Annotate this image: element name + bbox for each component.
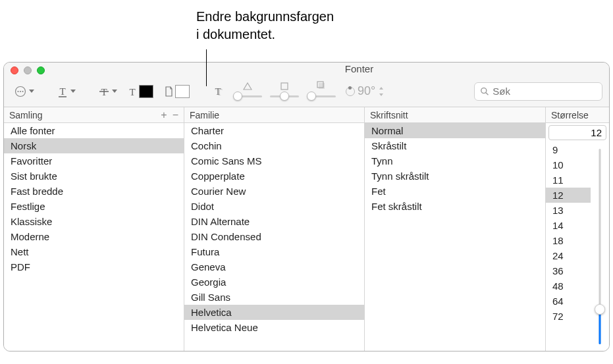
text-shadow-button[interactable]: T T xyxy=(209,82,228,101)
family-item[interactable]: Didot xyxy=(184,199,364,214)
collection-item[interactable]: Favoritter xyxy=(4,153,184,169)
more-options-button[interactable] xyxy=(11,82,38,101)
shadow-opacity-slider[interactable] xyxy=(231,81,264,102)
strikethrough-button[interactable]: T xyxy=(95,82,121,101)
collection-item[interactable]: Moderne xyxy=(4,229,184,244)
size-header: Størrelse xyxy=(546,107,609,123)
size-item[interactable]: 10 xyxy=(546,157,591,172)
family-item[interactable]: Comic Sans MS xyxy=(184,153,364,169)
callout-text: Endre bakgrunnsfargen i dokumentet. xyxy=(196,8,334,43)
triangle-icon xyxy=(243,81,252,93)
size-list: 91011121314182436486472 xyxy=(546,142,591,351)
family-item[interactable]: Geneva xyxy=(184,259,364,274)
collection-item[interactable]: PDF xyxy=(4,259,184,274)
toolbar: T T T xyxy=(4,76,609,107)
family-item[interactable]: Gill Sans xyxy=(184,290,364,305)
collection-item[interactable]: Klassiske xyxy=(4,214,184,229)
size-item[interactable]: 48 xyxy=(546,278,591,294)
svg-text:T: T xyxy=(101,87,107,97)
rotation-value: 90° xyxy=(358,84,375,98)
callout-line1: Endre bakgrunnsfargen xyxy=(196,8,334,26)
search-box[interactable] xyxy=(474,82,602,101)
typeface-list: NormalSkråstiltTynnTynn skråstiltFetFet … xyxy=(365,123,545,351)
size-item[interactable]: 36 xyxy=(546,263,591,278)
family-item[interactable]: Helvetica xyxy=(184,305,364,320)
size-item[interactable]: 64 xyxy=(546,294,591,309)
size-item[interactable]: 72 xyxy=(546,309,591,324)
stepper-icon xyxy=(378,85,385,98)
typeface-item[interactable]: Fet skråstilt xyxy=(365,199,545,214)
collection-item[interactable]: Nett xyxy=(4,244,184,259)
square-icon xyxy=(280,81,288,93)
typeface-item[interactable]: Normal xyxy=(365,123,545,138)
family-header-label: Familie xyxy=(190,110,219,120)
size-item[interactable]: 12 xyxy=(546,188,591,203)
family-item[interactable]: Courier New xyxy=(184,184,364,199)
rotation-dial-icon xyxy=(346,87,355,96)
family-item[interactable]: Futura xyxy=(184,244,364,259)
size-slider[interactable] xyxy=(591,142,609,351)
shadow-rotation-control[interactable]: 90° xyxy=(346,84,385,98)
text-color-button[interactable]: T xyxy=(124,82,157,101)
svg-point-1 xyxy=(17,90,18,91)
family-list: CharterCochinComic Sans MSCopperplateCou… xyxy=(184,123,364,351)
typeface-header: Skriftsnitt xyxy=(365,107,545,123)
text-color-swatch xyxy=(139,85,153,98)
typeface-item[interactable]: Tynn xyxy=(365,153,545,169)
search-input[interactable] xyxy=(493,86,597,97)
family-item[interactable]: Helvetica Neue xyxy=(184,320,364,335)
chevron-down-icon xyxy=(112,90,117,93)
chevron-down-icon xyxy=(70,90,76,93)
family-item[interactable]: Charter xyxy=(184,123,364,138)
typeface-item[interactable]: Skråstilt xyxy=(365,138,545,153)
add-collection-button[interactable]: + xyxy=(161,109,167,121)
columns: Samling + − Alle fonterNorskFavoritterSi… xyxy=(4,107,609,351)
size-body: 91011121314182436486472 xyxy=(546,142,609,351)
family-item[interactable]: Cochin xyxy=(184,138,364,153)
family-item[interactable]: Georgia xyxy=(184,274,364,290)
size-input-wrap xyxy=(546,123,609,142)
collection-item[interactable]: Fast bredde xyxy=(4,184,184,199)
collection-header: Samling + − xyxy=(4,107,184,123)
size-item[interactable]: 24 xyxy=(546,248,591,263)
family-item[interactable]: DIN Condensed xyxy=(184,229,364,244)
titlebar: Fonter xyxy=(4,63,609,76)
collection-column: Samling + − Alle fonterNorskFavoritterSi… xyxy=(4,107,184,351)
svg-line-15 xyxy=(486,93,489,95)
size-column: Størrelse 91011121314182436486472 xyxy=(546,107,609,351)
shadow-blur-slider[interactable] xyxy=(268,81,301,102)
typeface-header-label: Skriftsnitt xyxy=(370,110,408,120)
svg-text:T: T xyxy=(215,86,221,97)
svg-point-3 xyxy=(22,90,23,91)
document-background-color-button[interactable] xyxy=(160,82,194,101)
callout-line2: i dokumentet. xyxy=(196,26,334,43)
svg-text:T: T xyxy=(59,86,65,97)
underline-button[interactable]: T xyxy=(53,82,80,101)
collection-item[interactable]: Festlige xyxy=(4,199,184,214)
svg-rect-11 xyxy=(281,83,288,90)
typeface-item[interactable]: Tynn skråstilt xyxy=(365,169,545,184)
family-item[interactable]: Copperplate xyxy=(184,169,364,184)
size-item[interactable]: 9 xyxy=(546,142,591,157)
size-item[interactable]: 13 xyxy=(546,203,591,218)
size-input[interactable] xyxy=(548,125,606,140)
collection-item[interactable]: Alle fonter xyxy=(4,123,184,138)
square-shadow-icon xyxy=(317,81,326,93)
remove-collection-button[interactable]: − xyxy=(173,109,178,121)
collection-item[interactable]: Norsk xyxy=(4,138,184,153)
svg-point-14 xyxy=(481,88,487,93)
chevron-down-icon xyxy=(29,90,34,93)
family-column: Familie CharterCochinComic Sans MSCopper… xyxy=(184,107,365,351)
typeface-column: Skriftsnitt NormalSkråstiltTynnTynn skrå… xyxy=(365,107,546,351)
document-bg-color-swatch xyxy=(175,85,190,98)
size-item[interactable]: 18 xyxy=(546,233,591,248)
shadow-offset-slider[interactable] xyxy=(305,81,338,102)
typeface-item[interactable]: Fet xyxy=(365,184,545,199)
svg-text:T: T xyxy=(129,87,135,97)
collection-item[interactable]: Sist brukte xyxy=(4,169,184,184)
size-item[interactable]: 11 xyxy=(546,172,591,188)
search-icon xyxy=(480,86,489,96)
family-item[interactable]: DIN Alternate xyxy=(184,214,364,229)
family-header: Familie xyxy=(184,107,364,123)
size-item[interactable]: 14 xyxy=(546,218,591,233)
